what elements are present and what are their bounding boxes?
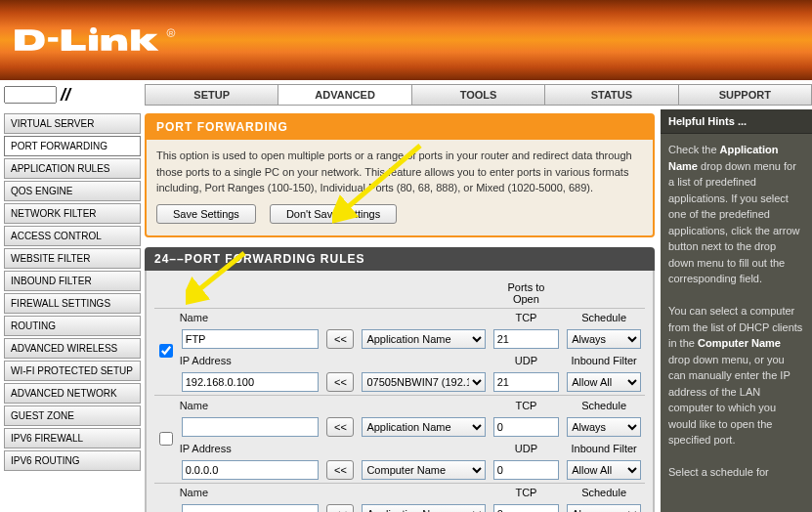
label-ip: IP Address [178, 352, 323, 369]
copy-app-button[interactable]: << [326, 504, 354, 512]
sidebar-item-port-forwarding[interactable]: PORT FORWARDING [4, 136, 141, 156]
label-inbound: Inbound Filter [563, 440, 645, 457]
copy-app-button[interactable]: << [326, 329, 354, 349]
main-area: PORT FORWARDING This option is used to o… [145, 109, 661, 512]
computer-select[interactable]: 07505NBWIN7 (192.168 [362, 372, 485, 392]
name-input[interactable] [182, 504, 320, 512]
hint-p1: Check the Application Name drop down men… [668, 142, 804, 287]
svg-text:R: R [169, 30, 173, 36]
sidebar-item-firewall-settings[interactable]: FIREWALL SETTINGS [4, 293, 141, 314]
sidebar-item-advanced-wireless[interactable]: ADVANCED WIRELESS [4, 338, 141, 359]
name-input[interactable] [182, 417, 320, 437]
sidebar-item-website-filter[interactable]: WEBSITE FILTER [4, 248, 141, 269]
label-tcp: TCP [490, 309, 564, 326]
panel-title: PORT FORWARDING [147, 115, 653, 140]
sidebar-item-guest-zone[interactable]: GUEST ZONE [4, 405, 141, 426]
row-enable-checkbox[interactable] [159, 344, 173, 358]
schedule-select[interactable]: Always [567, 504, 641, 512]
hint-p2: You can select a computer from the list … [668, 303, 804, 448]
sidebar-item-application-rules[interactable]: APPLICATION RULES [4, 158, 141, 179]
sidebar-item-network-filter[interactable]: NETWORK FILTER [4, 203, 141, 224]
filter-select[interactable]: Allow All [567, 372, 641, 392]
label-name: Name [178, 309, 323, 326]
application-select[interactable]: Application Name [362, 329, 485, 349]
save-button[interactable]: Save Settings [156, 204, 256, 224]
copy-computer-button[interactable]: << [326, 460, 354, 480]
header: R [0, 0, 812, 80]
computer-select[interactable]: Computer Name [362, 460, 485, 480]
ip-input[interactable] [182, 372, 320, 392]
copy-app-button[interactable]: << [326, 417, 354, 437]
label-tcp: TCP [490, 397, 564, 414]
sidebar-item-routing[interactable]: ROUTING [4, 316, 141, 336]
sidebar-item-inbound-filter[interactable]: INBOUND FILTER [4, 271, 141, 291]
rules-panel: Ports to Open NameTCPSchedule<<Applicati… [145, 271, 655, 513]
label-schedule: Schedule [563, 309, 645, 326]
label-udp: UDP [490, 440, 564, 457]
sidebar-item-access-control[interactable]: ACCESS CONTROL [4, 226, 141, 246]
sidebar-item-advanced-network[interactable]: ADVANCED NETWORK [4, 383, 141, 404]
svg-rect-0 [48, 37, 58, 42]
tcp-input[interactable] [493, 329, 560, 349]
svg-point-3 [90, 27, 97, 34]
row-enable-checkbox[interactable] [159, 432, 173, 446]
sidebar-item-wi-fi-protected-setup[interactable]: WI-FI PROTECTED SETUP [4, 361, 141, 381]
schedule-select[interactable]: Always [567, 417, 641, 437]
slash-divider: // [61, 85, 70, 106]
tcp-input[interactable] [493, 417, 560, 437]
nav-tabs: SETUP ADVANCED TOOLS STATUS SUPPORT [145, 80, 812, 109]
label-inbound: Inbound Filter [563, 352, 645, 369]
tab-status[interactable]: STATUS [544, 84, 677, 106]
sidebar-item-qos-engine[interactable]: QOS ENGINE [4, 181, 141, 201]
filter-select[interactable]: Allow All [567, 460, 641, 480]
tab-support[interactable]: SUPPORT [678, 84, 812, 106]
sidebar-item-ipv6-routing[interactable]: IPV6 ROUTING [4, 450, 141, 471]
tab-tools[interactable]: TOOLS [411, 84, 544, 106]
label-name: Name [178, 397, 323, 414]
label-name: Name [178, 484, 323, 501]
sidebar: VIRTUAL SERVERPORT FORWARDINGAPPLICATION… [0, 109, 145, 512]
intro-panel: PORT FORWARDING This option is used to o… [145, 113, 655, 237]
application-select[interactable]: Application Name [362, 504, 485, 512]
label-tcp: TCP [490, 484, 564, 501]
label-udp: UDP [490, 352, 564, 369]
panel-text: This option is used to open multiple por… [156, 149, 632, 193]
ports-header: Ports to Open [490, 278, 564, 309]
ip-input[interactable] [182, 460, 320, 480]
tab-advanced[interactable]: ADVANCED [278, 84, 410, 106]
brand-logo: R [14, 21, 180, 60]
schedule-select[interactable]: Always [567, 329, 641, 349]
udp-input[interactable] [493, 372, 560, 392]
tab-setup[interactable]: SETUP [145, 84, 278, 106]
model-input[interactable] [4, 86, 57, 104]
hint-p3: Select a schedule for [668, 464, 804, 481]
udp-input[interactable] [493, 460, 560, 480]
dont-save-button[interactable]: Don't Save Settings [270, 204, 397, 224]
sidebar-item-virtual-server[interactable]: VIRTUAL SERVER [4, 113, 141, 134]
helpful-hints: Helpful Hints ... Check the Application … [661, 109, 812, 512]
rules-title: 24––PORT FORWARDING RULES [145, 247, 655, 271]
label-schedule: Schedule [563, 484, 645, 501]
top-bar: // SETUP ADVANCED TOOLS STATUS SUPPORT [0, 80, 812, 109]
sidebar-item-ipv6-firewall[interactable]: IPV6 FIREWALL [4, 428, 141, 448]
copy-computer-button[interactable]: << [326, 372, 354, 392]
svg-rect-2 [89, 35, 98, 51]
label-schedule: Schedule [563, 397, 645, 414]
tcp-input[interactable] [493, 504, 560, 512]
name-input[interactable] [182, 329, 320, 349]
hints-title: Helpful Hints ... [661, 109, 812, 134]
label-ip: IP Address [178, 440, 323, 457]
application-select[interactable]: Application Name [362, 417, 485, 437]
